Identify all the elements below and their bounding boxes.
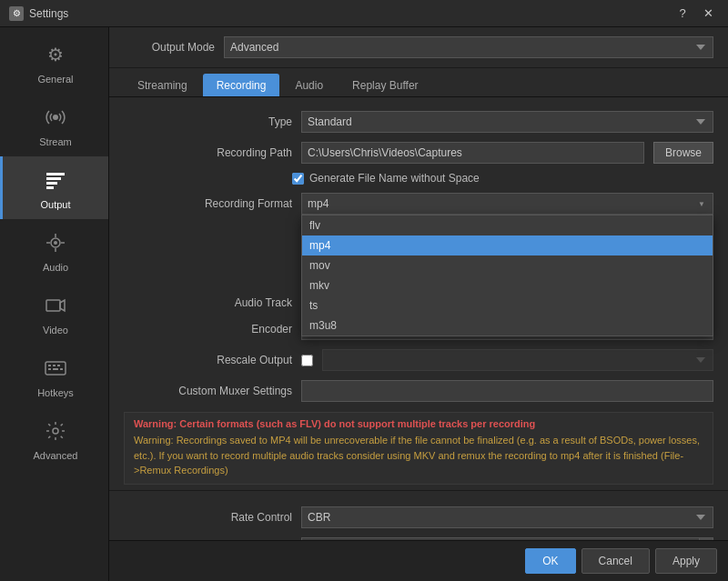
sidebar-item-label: General [37,74,73,85]
svg-rect-3 [46,182,57,185]
svg-rect-10 [53,365,56,366]
recording-format-menu: flv mp4 mov mkv ts m3u8 [301,215,713,336]
close-button[interactable]: ✕ [697,5,719,23]
format-option-mkv[interactable]: mkv [302,275,713,296]
recording-format-label: Recording Format [124,197,292,210]
rescale-label: Rescale Output [124,354,292,366]
rescale-row: Rescale Output [109,345,728,376]
bitrate-row: Bitrate 4000 ▲ ▼ [109,533,728,541]
tab-audio[interactable]: Audio [281,74,337,96]
type-label: Type [124,115,292,128]
bitrate-input[interactable]: 4000 [301,537,699,541]
titlebar-controls: ? ✕ [672,5,719,23]
svg-rect-1 [46,173,65,175]
sidebar-item-label: Video [43,325,68,336]
bitrate-up-btn[interactable]: ▲ [699,537,713,541]
settings-area: Type Standard Custom Output (FFmpeg) Rec… [109,97,728,540]
cancel-button[interactable]: Cancel [581,548,650,574]
browse-button[interactable]: Browse [653,142,713,164]
ok-button[interactable]: OK [525,548,575,574]
audio-track-label: Audio Track [124,296,292,309]
format-option-m3u8[interactable]: m3u8 [302,316,713,336]
format-option-ts[interactable]: ts [302,296,713,316]
generate-filename-row: Generate File Name without Space [109,168,728,188]
tab-streaming[interactable]: Streaming [124,74,201,96]
tab-recording[interactable]: Recording [203,74,280,96]
warning-section: Warning: Certain formats (such as FLV) d… [124,412,713,485]
audio-icon [41,228,70,257]
svg-rect-7 [46,300,60,311]
titlebar-left: ⚙ Settings [9,6,68,21]
generate-filename-label: Generate File Name without Space [309,172,480,185]
sidebar-item-label: Audio [43,262,68,273]
encoder-label: Encoder [124,323,292,336]
custom-muxer-row: Custom Muxer Settings [109,376,728,406]
sidebar-item-label: Output [40,199,70,210]
svg-rect-12 [48,368,51,370]
rate-control-select[interactable]: CBR VBR ABR CRF CQP [301,506,713,528]
titlebar: ⚙ Settings ? ✕ [0,0,728,27]
sidebar-item-stream[interactable]: Stream [0,94,108,156]
rescale-select[interactable] [322,349,713,371]
custom-muxer-label: Custom Muxer Settings [124,385,292,397]
rescale-checkbox[interactable] [301,355,313,366]
svg-rect-11 [57,365,60,366]
apply-button[interactable]: Apply [655,548,717,574]
bottom-bar: OK Cancel Apply [109,540,728,581]
help-button[interactable]: ? [672,5,693,23]
general-icon: ⚙ [41,40,70,69]
output-mode-row: Output Mode Advanced Simple [109,27,728,68]
recording-format-row: Recording Format mp4 flv mp4 mov mkv ts … [109,188,728,219]
svg-point-6 [54,241,57,245]
format-option-flv[interactable]: flv [302,215,713,235]
recording-path-label: Recording Path [124,146,292,159]
sidebar-item-label: Hotkeys [37,387,74,398]
sidebar-item-label: Stream [39,136,71,147]
svg-rect-9 [48,365,51,366]
tab-replay-buffer[interactable]: Replay Buffer [339,74,432,96]
section-divider [109,490,728,491]
sidebar: ⚙ General Stream [0,27,109,581]
svg-rect-4 [46,186,54,189]
format-option-mp4[interactable]: mp4 [302,235,713,255]
sidebar-item-general[interactable]: ⚙ General [0,31,108,94]
advanced-icon [41,416,70,446]
hotkeys-icon [41,354,70,383]
sidebar-item-video[interactable]: Video [0,282,108,345]
titlebar-title: Settings [29,7,68,20]
type-select[interactable]: Standard Custom Output (FFmpeg) [301,111,713,133]
sidebar-item-audio[interactable]: Audio [0,219,108,282]
bitrate-spinbox: 4000 ▲ ▼ [301,537,713,541]
sidebar-item-advanced[interactable]: Advanced [0,407,108,470]
output-mode-label: Output Mode [124,41,215,54]
stream-icon [41,103,70,132]
svg-rect-2 [46,177,61,180]
sidebar-item-output[interactable]: Output [0,156,108,219]
warning-1: Warning: Certain formats (such as FLV) d… [134,418,703,429]
recording-path-input[interactable]: C:\Users\Chris\Videos\Captures [301,142,644,164]
tabs-row: Streaming Recording Audio Replay Buffer [109,68,728,97]
sidebar-item-label: Advanced [34,450,78,461]
output-icon [41,165,70,195]
svg-point-0 [53,115,58,120]
main-layout: ⚙ General Stream [0,27,728,581]
warning-2: Warning: Recordings saved to MP4 will be… [134,433,703,478]
recording-format-selected[interactable]: mp4 [301,193,713,215]
settings-app-icon: ⚙ [9,6,24,21]
encoder-settings-section: Rate Control CBR VBR ABR CRF CQP Bitrate… [109,496,728,541]
format-option-mov[interactable]: mov [302,255,713,275]
output-mode-select[interactable]: Advanced Simple [224,36,713,58]
svg-point-15 [53,428,58,434]
custom-muxer-input[interactable] [301,380,713,402]
rate-control-label: Rate Control [124,511,292,524]
recording-format-dropdown-container: mp4 flv mp4 mov mkv ts m3u8 [301,193,713,215]
video-icon [41,291,70,320]
svg-rect-14 [60,368,63,370]
rate-control-row: Rate Control CBR VBR ABR CRF CQP [109,502,728,533]
sidebar-item-hotkeys[interactable]: Hotkeys [0,345,108,407]
recording-path-row: Recording Path C:\Users\Chris\Videos\Cap… [109,137,728,168]
bitrate-spinbox-btns: ▲ ▼ [699,537,713,541]
svg-rect-13 [53,368,58,370]
generate-filename-checkbox[interactable] [292,173,304,185]
type-row: Type Standard Custom Output (FFmpeg) [109,106,728,137]
